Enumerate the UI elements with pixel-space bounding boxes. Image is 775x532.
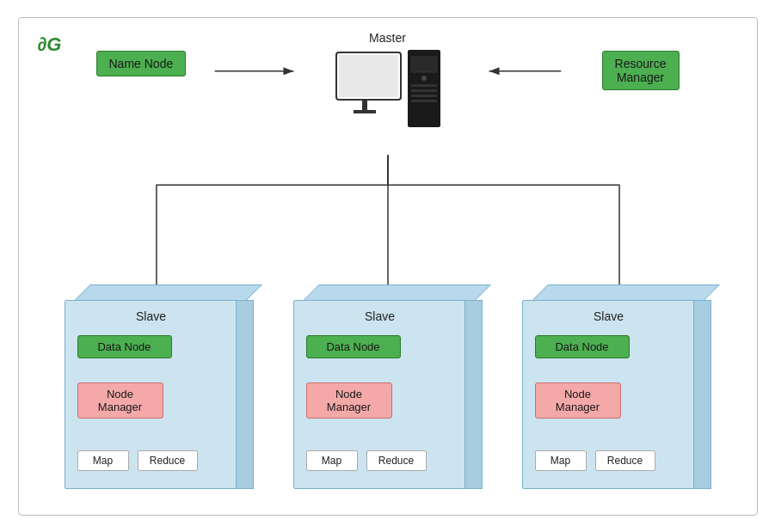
master-computer-area: Master <box>319 31 457 151</box>
slave-cube-1: Slave Data Node Node Manager Map Reduce <box>65 283 254 489</box>
node-manager-box-2: Node Manager <box>306 382 392 419</box>
cube-front-2: Slave Data Node Node Manager Map Reduce <box>293 300 465 489</box>
cube-top-3 <box>531 284 720 302</box>
name-node-box: Name Node <box>96 51 187 76</box>
map-box-3: Map <box>535 450 587 471</box>
data-node-box-3: Data Node <box>535 335 630 358</box>
svg-rect-13 <box>411 95 437 97</box>
map-box-1: Map <box>77 450 129 471</box>
cube-top-1 <box>73 284 262 302</box>
reduce-box-3: Reduce <box>595 450 655 471</box>
data-node-box-2: Data Node <box>306 335 401 358</box>
svg-rect-5 <box>339 55 398 97</box>
cube-right-1 <box>235 300 254 489</box>
svg-rect-11 <box>411 84 437 87</box>
diagram-container: ∂G Name Node Resource Manager Master <box>18 17 758 516</box>
node-manager-box-3: Node Manager <box>535 382 621 419</box>
slaves-row: Slave Data Node Node Manager Map Reduce … <box>19 283 757 489</box>
cube-top-2 <box>302 284 491 302</box>
slave-cube-2: Slave Data Node Node Manager Map Reduce <box>293 283 483 489</box>
slave-label-1: Slave <box>65 309 237 323</box>
cube-right-3 <box>692 300 711 489</box>
computer-icon <box>332 48 444 151</box>
master-label: Master <box>319 31 457 45</box>
slave-label-3: Slave <box>523 309 695 323</box>
svg-rect-6 <box>362 100 367 110</box>
svg-point-10 <box>421 76 427 81</box>
cube-front-3: Slave Data Node Node Manager Map Reduce <box>522 300 694 489</box>
slave-cube-3: Slave Data Node Node Manager Map Reduce <box>522 283 711 489</box>
cube-right-2 <box>464 300 483 489</box>
logo: ∂G <box>38 34 62 56</box>
svg-rect-12 <box>411 89 437 92</box>
resource-manager-box: Resource Manager <box>602 51 680 90</box>
svg-rect-7 <box>354 110 376 113</box>
svg-rect-9 <box>411 57 437 72</box>
cube-front-1: Slave Data Node Node Manager Map Reduce <box>65 300 237 489</box>
node-manager-box-1: Node Manager <box>77 382 163 419</box>
reduce-box-1: Reduce <box>138 450 198 471</box>
slave-label-2: Slave <box>294 309 466 323</box>
map-box-2: Map <box>306 450 358 471</box>
svg-rect-14 <box>411 100 437 102</box>
data-node-box-1: Data Node <box>77 335 172 358</box>
reduce-box-2: Reduce <box>366 450 427 471</box>
